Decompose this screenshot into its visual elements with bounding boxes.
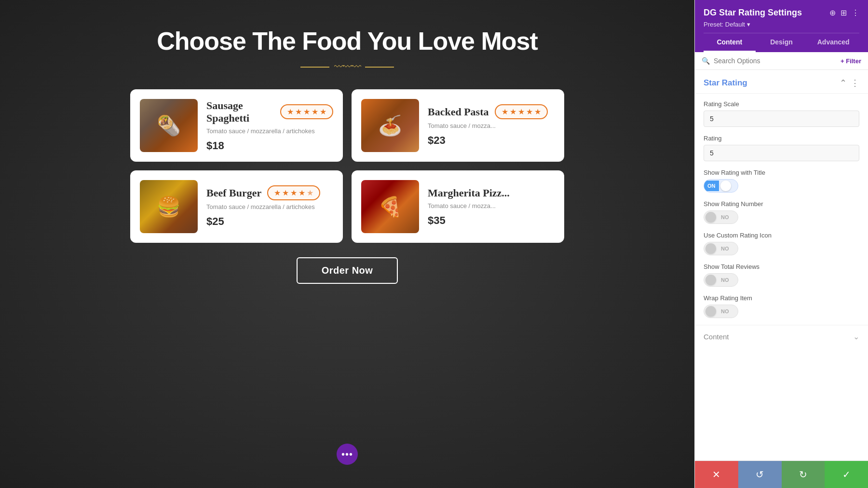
panel-footer: ✕ ↺ ↻ ✓ (695, 460, 868, 488)
star-badge-burger: ★ ★ ★ ★ ★ (267, 185, 320, 200)
wrap-rating-item-label: Wrap Rating Item (704, 294, 859, 302)
show-rating-number-label: Show Rating Number (704, 200, 859, 208)
tab-design[interactable]: Design (756, 33, 808, 52)
rating-scale-label: Rating Scale (704, 100, 859, 108)
star-badge-spaghetti: ★ ★ ★ ★ ★ (280, 104, 333, 119)
search-bar: 🔍 + Filter (695, 52, 868, 70)
section-more-icon[interactable]: ⋮ (851, 78, 859, 88)
redo-button[interactable]: ↻ (782, 461, 825, 488)
rating-label: Rating (704, 135, 859, 142)
rating-input[interactable] (704, 145, 859, 161)
food-name-spaghetti: Sausage Spaghetti (206, 99, 274, 125)
toggle-off-thumb-4 (705, 306, 716, 317)
content-chevron-down-icon[interactable]: ⌄ (853, 332, 859, 341)
food-info-pizza: Margherita Pizz... Tomato sauce / mozza.… (428, 187, 555, 227)
wrap-rating-item-toggle[interactable]: NO (704, 305, 738, 318)
use-custom-icon-toggle[interactable]: NO (704, 242, 738, 255)
save-button[interactable]: ✓ (825, 461, 868, 488)
toggle-off-label: NO (718, 212, 732, 223)
toggle-on-label: ON (704, 181, 719, 191)
toggle-on-thumb (720, 181, 731, 191)
toggle-off-label-4: NO (718, 306, 732, 317)
food-card-pasta: 🍝 Backed Pasta ★ ★ ★ ★ ★ Tomato sauce / … (352, 89, 564, 162)
food-desc-spaghetti: Tomato sauce / mozzarella / artichokes (206, 127, 333, 135)
food-desc-pasta: Tomato sauce / mozza... (428, 122, 555, 129)
food-price-burger: $25 (206, 215, 333, 228)
food-price-pizza: $35 (428, 214, 555, 227)
tab-advanced[interactable]: Advanced (807, 33, 859, 52)
star-rating-title: Star Rating (704, 78, 747, 88)
rating-field: Rating (704, 135, 859, 161)
food-card-spaghetti: 🌯 Sausage Spaghetti ★ ★ ★ ★ ★ Tomato sau… (130, 89, 343, 162)
panel-body: 🔍 + Filter Star Rating ⌃ ⋮ Rating Scale … (695, 52, 868, 460)
use-custom-icon-field: Use Custom Rating Icon NO (704, 232, 859, 255)
content-collapsed-section[interactable]: Content ⌄ (695, 325, 868, 348)
panel-header: DG Star Rating Settings ⊕ ⊞ ⋮ Preset: De… (695, 0, 868, 52)
food-image-pasta: 🍝 (361, 99, 419, 152)
rating-scale-input[interactable] (704, 111, 859, 127)
panel-header-icons: ⊕ ⊞ ⋮ (829, 8, 859, 17)
show-total-reviews-label: Show Total Reviews (704, 263, 859, 270)
food-grid: 🌯 Sausage Spaghetti ★ ★ ★ ★ ★ Tomato sau… (130, 89, 564, 243)
order-btn-wrap[interactable]: Order Now (297, 257, 398, 284)
food-card-burger: 🍔 Beef Burger ★ ★ ★ ★ ★ Tomato sauce / m… (130, 170, 343, 243)
search-input[interactable] (714, 57, 837, 65)
food-image-burger: 🍔 (140, 180, 198, 233)
cancel-button[interactable]: ✕ (695, 461, 738, 488)
food-card-pizza: 🍕 Margherita Pizz... Tomato sauce / mozz… (352, 170, 564, 243)
food-desc-burger: Tomato sauce / mozzarella / artichokes (206, 203, 333, 210)
food-info-pasta: Backed Pasta ★ ★ ★ ★ ★ Tomato sauce / mo… (428, 104, 555, 147)
food-price-spaghetti: $18 (206, 139, 333, 152)
toggle-off-thumb-3 (705, 275, 716, 285)
more-options-icon[interactable]: ⋮ (852, 8, 859, 17)
show-total-reviews-toggle[interactable]: NO (704, 273, 738, 287)
food-name-pizza: Margherita Pizz... (428, 187, 510, 199)
canvas: Choose The Food You Love Most 〰〰〰 🌯 Saus… (0, 0, 694, 488)
food-desc-pizza: Tomato sauce / mozza... (428, 202, 555, 209)
toggle-off-label-2: NO (718, 243, 732, 254)
food-info-burger: Beef Burger ★ ★ ★ ★ ★ Tomato sauce / moz… (206, 185, 333, 228)
use-custom-icon-label: Use Custom Rating Icon (704, 232, 859, 239)
star-badge-pasta: ★ ★ ★ ★ ★ (495, 104, 548, 119)
divider-line-right (365, 67, 394, 68)
food-name-pasta: Backed Pasta (428, 106, 489, 118)
chevron-up-icon[interactable]: ⌃ (840, 78, 847, 88)
float-menu-button[interactable]: ••• (337, 444, 358, 465)
settings-fields: Rating Scale Rating Show Rating with Tit… (695, 94, 868, 325)
order-button[interactable]: Order Now (297, 257, 398, 284)
target-icon[interactable]: ⊕ (829, 8, 836, 17)
food-image-spaghetti: 🌯 (140, 99, 198, 152)
show-total-reviews-field: Show Total Reviews NO (704, 263, 859, 287)
show-rating-number-field: Show Rating Number NO (704, 200, 859, 224)
filter-button[interactable]: + Filter (841, 57, 861, 65)
show-rating-title-field: Show Rating with Title ON (704, 169, 859, 193)
star-rating-section-header: Star Rating ⌃ ⋮ (695, 70, 868, 94)
food-price-pasta: $23 (428, 134, 555, 147)
settings-panel: DG Star Rating Settings ⊕ ⊞ ⋮ Preset: De… (694, 0, 868, 488)
show-rating-title-toggle[interactable]: ON (704, 179, 738, 193)
layout-icon[interactable]: ⊞ (841, 8, 847, 17)
section-actions: ⌃ ⋮ (840, 78, 859, 88)
rating-scale-field: Rating Scale (704, 100, 859, 127)
toggle-off-thumb-2 (705, 243, 716, 254)
content-section-header[interactable]: Content ⌄ (704, 332, 859, 341)
divider-line-left (300, 67, 329, 68)
divider-ornament: 〰〰〰 (334, 61, 360, 72)
food-image-pizza: 🍕 (361, 180, 419, 233)
undo-button[interactable]: ↺ (738, 461, 782, 488)
toggle-off-label-3: NO (718, 275, 732, 285)
show-rating-title-label: Show Rating with Title (704, 169, 859, 176)
content-section-title: Content (704, 333, 729, 341)
tab-content[interactable]: Content (704, 33, 756, 52)
panel-title: DG Star Rating Settings (704, 8, 802, 18)
search-icon: 🔍 (702, 57, 710, 65)
title-divider: 〰〰〰 (300, 61, 394, 72)
page-title: Choose The Food You Love Most (157, 27, 538, 56)
food-info-spaghetti: Sausage Spaghetti ★ ★ ★ ★ ★ Tomato sauce… (206, 99, 333, 152)
wrap-rating-item-field: Wrap Rating Item NO (704, 294, 859, 318)
toggle-off-thumb (705, 212, 716, 223)
panel-preset[interactable]: Preset: Default ▾ (704, 21, 859, 28)
show-rating-number-toggle[interactable]: NO (704, 210, 738, 224)
float-menu-icon: ••• (341, 449, 353, 460)
panel-tabs: Content Design Advanced (704, 33, 859, 52)
